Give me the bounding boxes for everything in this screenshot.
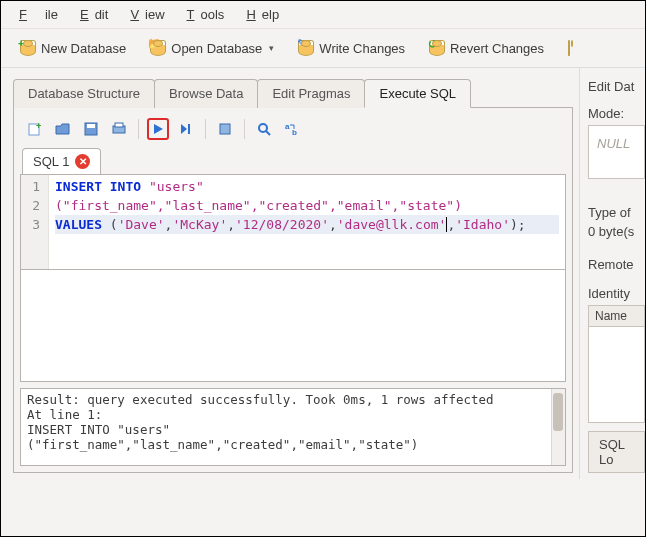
database-revert-icon xyxy=(429,40,445,56)
save-sql-button[interactable] xyxy=(80,118,102,140)
tab-database-structure[interactable]: Database Structure xyxy=(13,79,155,108)
find-replace-button[interactable]: ab xyxy=(281,118,303,140)
write-changes-label: Write Changes xyxy=(319,41,405,56)
sql-log-button[interactable]: SQL Lo xyxy=(588,431,645,473)
new-database-button[interactable]: New Database xyxy=(11,35,135,61)
menu-view[interactable]: View xyxy=(118,5,170,24)
size-label: 0 byte(s xyxy=(588,224,645,239)
name-column-header: Name xyxy=(589,306,644,327)
sql-tab-label: SQL 1 xyxy=(33,154,69,169)
extra-button[interactable] xyxy=(559,35,579,61)
write-changes-button[interactable]: Write Changes xyxy=(289,35,414,61)
new-sql-tab-button[interactable]: + xyxy=(24,118,46,140)
menu-help[interactable]: Help xyxy=(234,5,285,24)
svg-point-8 xyxy=(259,124,267,132)
menu-edit[interactable]: Edit xyxy=(68,5,114,24)
identity-label: Identity xyxy=(588,286,645,301)
log-scrollbar[interactable] xyxy=(551,389,565,465)
svg-text:a: a xyxy=(285,122,290,131)
tab-browse-data[interactable]: Browse Data xyxy=(154,79,258,108)
revert-changes-button[interactable]: Revert Changes xyxy=(420,35,553,61)
save-results-button[interactable] xyxy=(214,118,236,140)
open-database-button[interactable]: 📂 Open Database ▾ xyxy=(141,35,283,61)
right-sidebar: Edit Dat Mode: NULL Type of 0 byte(s Rem… xyxy=(579,67,645,479)
dropdown-arrow-icon[interactable]: ▾ xyxy=(269,43,274,53)
log-output[interactable]: Result: query executed successfully. Too… xyxy=(20,388,566,466)
open-sql-button[interactable] xyxy=(52,118,74,140)
database-open-icon: 📂 xyxy=(150,40,166,56)
mode-label: Mode: xyxy=(588,106,645,121)
svg-text:b: b xyxy=(292,128,297,137)
identity-list[interactable]: Name xyxy=(588,305,645,423)
svg-rect-7 xyxy=(220,124,230,134)
database-new-icon xyxy=(20,40,36,56)
svg-rect-3 xyxy=(87,124,95,128)
open-database-label: Open Database xyxy=(171,41,262,56)
menu-tools[interactable]: Tools xyxy=(175,5,231,24)
cell-editor[interactable]: NULL xyxy=(588,125,645,179)
sql-file-tabs: SQL 1 ✕ xyxy=(22,148,566,174)
svg-rect-5 xyxy=(115,123,123,127)
svg-rect-6 xyxy=(188,124,190,134)
execute-line-button[interactable] xyxy=(175,118,197,140)
line-gutter: 1 2 3 xyxy=(21,175,49,269)
close-tab-icon[interactable]: ✕ xyxy=(75,154,90,169)
menubar: File Edit View Tools Help xyxy=(1,1,645,29)
type-label: Type of xyxy=(588,205,645,220)
sql-toolbar: + xyxy=(20,116,566,146)
main-toolbar: New Database 📂 Open Database ▾ Write Cha… xyxy=(1,29,645,68)
log-text: Result: query executed successfully. Too… xyxy=(27,392,494,452)
remote-title: Remote xyxy=(588,257,645,272)
new-database-label: New Database xyxy=(41,41,126,56)
svg-line-9 xyxy=(266,131,270,135)
tab-edit-pragmas[interactable]: Edit Pragmas xyxy=(257,79,365,108)
database-extra-icon xyxy=(568,40,570,56)
sql-editor[interactable]: 1 2 3 INSERT INTO "users"("first_name","… xyxy=(20,174,566,270)
menu-file[interactable]: File xyxy=(7,5,64,24)
code-area[interactable]: INSERT INTO "users"("first_name","last_n… xyxy=(49,175,565,269)
tab-execute-sql[interactable]: Execute SQL xyxy=(364,79,471,108)
sql-tab-1[interactable]: SQL 1 ✕ xyxy=(22,148,101,174)
print-button[interactable] xyxy=(108,118,130,140)
main-tabs: Database Structure Browse Data Edit Prag… xyxy=(13,78,573,108)
revert-changes-label: Revert Changes xyxy=(450,41,544,56)
database-write-icon xyxy=(298,40,314,56)
find-button[interactable] xyxy=(253,118,275,140)
execute-sql-panel: + xyxy=(13,108,573,473)
edit-data-title: Edit Dat xyxy=(588,79,645,94)
results-grid xyxy=(20,270,566,382)
execute-button[interactable] xyxy=(147,118,169,140)
svg-text:+: + xyxy=(36,121,41,131)
